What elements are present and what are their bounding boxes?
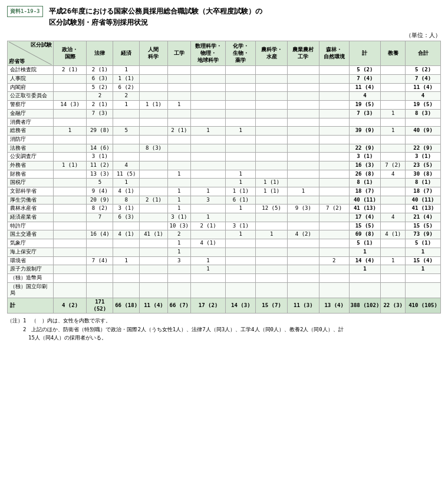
cell-9-8 xyxy=(287,144,319,153)
cell-1-1: 6 (3) xyxy=(87,75,113,84)
cell-20-10: 5 (1) xyxy=(349,239,381,248)
col-header-11: 教養 xyxy=(381,41,406,66)
cell-26-10: 388 (102) xyxy=(349,298,381,313)
cell-9-5 xyxy=(190,144,226,153)
col-header-12: 合計 xyxy=(406,41,441,66)
cell-16-7: 12 (5) xyxy=(256,205,288,213)
cell-4-11 xyxy=(381,101,406,110)
cell-21-1 xyxy=(87,248,113,256)
cell-25-5 xyxy=(190,282,226,298)
cell-9-2 xyxy=(113,144,140,153)
cell-14-9 xyxy=(319,187,349,196)
cell-17-11: 4 xyxy=(381,213,406,222)
row-name: 計 xyxy=(8,298,54,313)
cell-21-8 xyxy=(287,248,319,256)
cell-12-2: 11 (5) xyxy=(113,170,140,179)
cell-10-10: 3 (1) xyxy=(349,153,381,161)
cell-0-7 xyxy=(256,66,288,75)
row-name: 海上保安庁 xyxy=(8,248,54,256)
cell-22-11: 1 xyxy=(381,256,406,265)
cell-2-1: 5 (2) xyxy=(87,83,113,92)
cell-22-7 xyxy=(256,256,288,265)
cell-9-3: 8 (3) xyxy=(140,144,168,153)
data-row: 会計検査院2 (1)2 (1)15 (2)5 (2) xyxy=(8,66,441,75)
cell-9-9 xyxy=(319,144,349,153)
cell-4-0: 14 (3) xyxy=(53,101,87,110)
cell-14-0 xyxy=(53,187,87,196)
cell-0-12: 5 (2) xyxy=(406,66,441,75)
cell-3-9 xyxy=(319,92,349,101)
cell-1-5 xyxy=(190,75,226,84)
cell-23-3 xyxy=(140,265,168,274)
cell-5-5 xyxy=(190,109,226,118)
cell-0-4 xyxy=(167,66,190,75)
cell-10-5 xyxy=(190,153,226,161)
cell-5-4 xyxy=(167,109,190,118)
cell-13-12: 8 (1) xyxy=(406,179,441,187)
cell-0-0: 2 (1) xyxy=(53,66,87,75)
cell-18-8 xyxy=(287,222,319,230)
cell-10-11 xyxy=(381,153,406,161)
cell-25-0 xyxy=(53,282,87,298)
cell-11-1: 11 (2) xyxy=(87,161,113,170)
cell-15-0 xyxy=(53,196,87,205)
cell-2-10: 11 (4) xyxy=(349,83,381,92)
cell-24-10 xyxy=(349,273,381,282)
cell-20-6 xyxy=(226,239,256,248)
cell-22-1: 7 (4) xyxy=(87,256,113,265)
cell-3-4 xyxy=(167,92,190,101)
cell-21-10: 1 xyxy=(349,248,381,256)
corner-bottom-label: 府省等 xyxy=(9,58,52,65)
cell-12-10: 26 (8) xyxy=(349,170,381,179)
cell-24-3 xyxy=(140,273,168,282)
cell-21-4: 1 xyxy=(167,248,190,256)
cell-1-3 xyxy=(140,75,168,84)
cell-7-1: 29 (8) xyxy=(87,127,113,136)
cell-21-9 xyxy=(319,248,349,256)
cell-15-4: 1 xyxy=(167,196,190,205)
cell-14-2: 4 (1) xyxy=(113,187,140,196)
cell-10-3 xyxy=(140,153,168,161)
cell-22-5: 1 xyxy=(190,256,226,265)
data-row: 警察庁14 (3)2 (1)11 (1)119 (5)19 (5) xyxy=(8,101,441,110)
cell-17-0 xyxy=(53,213,87,222)
cell-13-10: 8 (1) xyxy=(349,179,381,187)
cell-14-12: 18 (7) xyxy=(406,187,441,196)
cell-26-6: 14 (3) xyxy=(226,298,256,313)
cell-24-6 xyxy=(226,273,256,282)
cell-16-11 xyxy=(381,205,406,213)
row-name: 法務省 xyxy=(8,144,54,153)
cell-19-7: 1 xyxy=(256,230,288,239)
cell-19-12: 73 (9) xyxy=(406,230,441,239)
cell-17-2: 6 (3) xyxy=(113,213,140,222)
unit-row: （単位：人） xyxy=(7,32,441,39)
cell-8-5 xyxy=(190,135,226,144)
cell-21-3 xyxy=(140,248,168,256)
cell-15-2: 8 xyxy=(113,196,140,205)
cell-19-4: 2 xyxy=(167,230,190,239)
cell-21-0 xyxy=(53,248,87,256)
footer-notes: （注）1 （ ）内は、女性を内数で示す。 2 上記のほか、防衛省（特別職）で政治… xyxy=(7,316,441,342)
row-name: 原子力規制庁 xyxy=(8,265,54,274)
cell-7-7 xyxy=(256,127,288,136)
data-row: 国土交通省16 (4)4 (1)41 (1)2114 (2)69 (8)4 (1… xyxy=(8,230,441,239)
cell-4-2: 1 xyxy=(113,101,140,110)
cell-6-6 xyxy=(226,118,256,127)
cell-23-1 xyxy=(87,265,113,274)
cell-4-7 xyxy=(256,101,288,110)
cell-10-0 xyxy=(53,153,87,161)
cell-18-1 xyxy=(87,222,113,230)
data-row: 文部科学省9 (4)4 (1)111 (1)1 (1)118 (7)18 (7) xyxy=(8,187,441,196)
cell-9-6 xyxy=(226,144,256,153)
cell-12-7 xyxy=(256,170,288,179)
cell-12-12: 30 (8) xyxy=(406,170,441,179)
cell-21-6 xyxy=(226,248,256,256)
cell-4-5 xyxy=(190,101,226,110)
cell-26-8: 11 (3) xyxy=(287,298,319,313)
cell-2-6 xyxy=(226,83,256,92)
row-name: 金融庁 xyxy=(8,109,54,118)
cell-1-9 xyxy=(319,75,349,84)
cell-7-8 xyxy=(287,127,319,136)
cell-10-7 xyxy=(256,153,288,161)
cell-0-8 xyxy=(287,66,319,75)
